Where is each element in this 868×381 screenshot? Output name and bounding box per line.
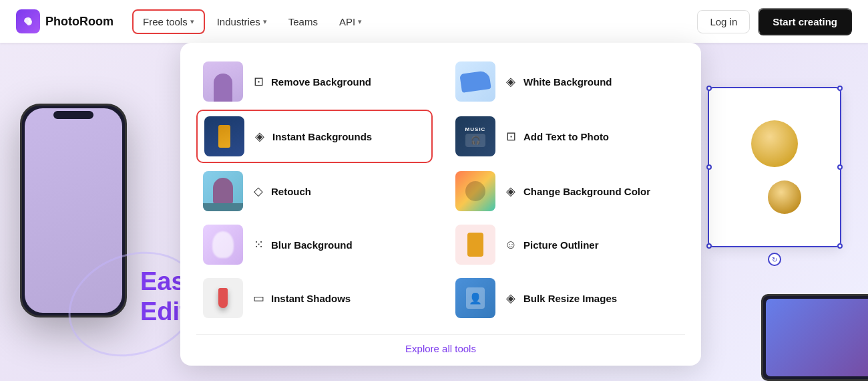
rotate-handle[interactable]: ↻	[768, 253, 781, 266]
phone-notch	[53, 111, 93, 119]
menu-label-group-bulk-resize: ◈ Bulk Resize Images	[503, 291, 617, 305]
picture-outliner-label: Picture Outliner	[523, 239, 599, 251]
explore-link-text[interactable]: Explore all tools	[405, 343, 476, 354]
menu-item-white-bg[interactable]: ◈ White Background	[449, 56, 685, 107]
menu-item-instant-bg[interactable]: ◈ Instant Backgrounds	[196, 110, 433, 163]
nav-item-industries[interactable]: Industries ▾	[208, 11, 276, 33]
remove-bg-label: Remove Background	[271, 76, 371, 88]
thumb-picture-outliner	[455, 225, 495, 265]
nav-api-chevron: ▾	[358, 17, 362, 26]
instant-bg-icon: ◈	[252, 129, 267, 144]
explore-all-link[interactable]: Explore all tools	[196, 334, 685, 355]
change-color-label: Change Background Color	[523, 186, 650, 197]
retouch-icon: ◇	[251, 184, 266, 199]
thumb-bulk-resize: 👤	[455, 278, 495, 318]
logo-text: PhotoRoom	[45, 15, 114, 29]
menu-item-instant-shadows[interactable]: ▭ Instant Shadows	[196, 273, 433, 324]
menu-label-group-instant-shadows: ▭ Instant Shadows	[251, 291, 351, 305]
retouch-label: Retouch	[271, 186, 311, 197]
nav-free-tools-chevron: ▾	[190, 17, 194, 26]
menu-label-group-retouch: ◇ Retouch	[251, 184, 311, 199]
menu-item-add-text[interactable]: MUSIC 🎧 ⊡ Add Text to Photo	[449, 110, 685, 163]
jewelry-canvas: ↻	[708, 87, 841, 247]
nav-free-tools-label: Free tools	[143, 16, 188, 27]
thumb-instant-shadows	[203, 278, 243, 318]
nav-item-free-tools[interactable]: Free tools ▾	[132, 9, 205, 34]
instant-shadows-icon: ▭	[251, 291, 266, 305]
logo-area[interactable]: PhotoRoom	[16, 9, 114, 33]
thumb-add-text: MUSIC 🎧	[455, 116, 495, 156]
menu-item-change-color[interactable]: ◈ Change Background Color	[449, 166, 685, 217]
thumb-change-color	[455, 171, 495, 211]
thumb-retouch	[203, 171, 243, 211]
dropdown-grid: ⊡ Remove Background ◈ White Background	[196, 56, 685, 324]
photoroom-logo-icon	[16, 9, 40, 33]
nav-industries-label: Industries	[217, 16, 260, 27]
free-tools-dropdown: ⊡ Remove Background ◈ White Background	[180, 43, 701, 366]
menu-item-retouch[interactable]: ◇ Retouch	[196, 166, 433, 217]
add-text-icon: ⊡	[503, 129, 518, 144]
nav-item-api[interactable]: API ▾	[330, 11, 371, 33]
menu-label-group-add-text: ⊡ Add Text to Photo	[503, 129, 609, 144]
instant-shadows-label: Instant Shadows	[271, 293, 351, 304]
menu-label-group-remove-bg: ⊡ Remove Background	[251, 74, 371, 89]
blur-bg-icon: ⁙	[251, 237, 266, 252]
navbar: PhotoRoom Free tools ▾ Industries ▾ Team…	[0, 0, 868, 43]
menu-item-bulk-resize[interactable]: 👤 ◈ Bulk Resize Images	[449, 273, 685, 324]
menu-label-group-picture-outliner: ☺ Picture Outliner	[503, 238, 599, 252]
add-text-label: Add Text to Photo	[523, 131, 609, 142]
nav-right: Log in Start creating	[697, 8, 852, 35]
menu-item-blur-bg[interactable]: ⁙ Blur Background	[196, 219, 433, 270]
login-button[interactable]: Log in	[697, 10, 750, 33]
bulk-resize-label: Bulk Resize Images	[523, 293, 617, 304]
nav-teams-label: Teams	[288, 16, 318, 27]
nav-api-label: API	[339, 16, 355, 27]
menu-item-picture-outliner[interactable]: ☺ Picture Outliner	[449, 219, 685, 270]
nav-industries-chevron: ▾	[263, 17, 267, 26]
thumb-blur-bg	[203, 225, 243, 265]
thumb-remove-bg	[203, 61, 243, 102]
change-color-icon: ◈	[503, 184, 518, 199]
thumb-white-bg	[455, 61, 495, 102]
white-bg-label: White Background	[523, 76, 612, 88]
instant-bg-label: Instant Backgrounds	[272, 131, 372, 142]
bulk-resize-icon: ◈	[503, 291, 518, 305]
remove-bg-icon: ⊡	[251, 74, 266, 89]
menu-item-remove-bg[interactable]: ⊡ Remove Background	[196, 56, 433, 107]
start-creating-button[interactable]: Start creating	[758, 8, 852, 35]
nav-items: Free tools ▾ Industries ▾ Teams API ▾	[132, 9, 692, 34]
menu-label-group-white-bg: ◈ White Background	[503, 74, 612, 89]
blur-bg-label: Blur Background	[271, 239, 353, 251]
picture-outliner-icon: ☺	[503, 238, 518, 252]
thumb-instant-bg	[204, 116, 244, 156]
white-bg-icon: ◈	[503, 74, 518, 89]
menu-label-group-instant-bg: ◈ Instant Backgrounds	[252, 129, 372, 144]
menu-label-group-blur-bg: ⁙ Blur Background	[251, 237, 353, 252]
menu-label-group-change-color: ◈ Change Background Color	[503, 184, 650, 199]
nav-item-teams[interactable]: Teams	[279, 11, 327, 33]
